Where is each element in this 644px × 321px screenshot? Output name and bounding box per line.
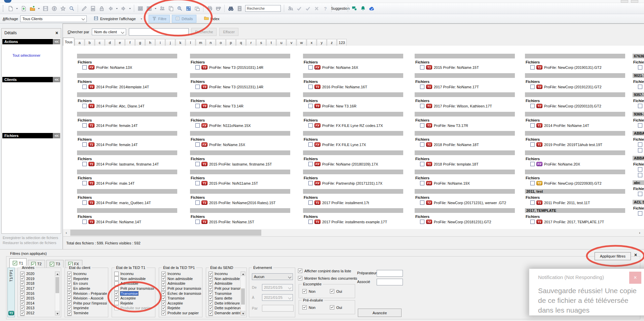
- verify-all-button[interactable]: [303, 4, 312, 12]
- file-checkbox[interactable]: [308, 104, 313, 108]
- checkbox[interactable]: [20, 291, 25, 295]
- carryforward-button[interactable]: [19, 4, 28, 12]
- checkbox[interactable]: [209, 301, 213, 305]
- file-checkbox[interactable]: [195, 85, 200, 89]
- client-group-header[interactable]: 2011, test: [525, 189, 625, 194]
- file-row[interactable]: T12016 ProFile: NoName.16T: [308, 84, 406, 89]
- ted_tp1-option[interactable]: Acceptée: [161, 301, 201, 306]
- file-checkbox[interactable]: [195, 181, 200, 185]
- client-group-header[interactable]: [303, 73, 403, 78]
- file-row[interactable]: T12014 ProFile: female.14T: [82, 123, 180, 128]
- checkbox[interactable]: [161, 272, 166, 276]
- file-checkbox[interactable]: [638, 211, 642, 216]
- restore-file-selection-link[interactable]: Restaurer la sélection de fichiers: [3, 241, 56, 245]
- zoom-in-button[interactable]: [175, 4, 184, 12]
- file-row[interactable]: FXProFile: FX FILE Lyne.17X: [308, 142, 406, 147]
- file-row[interactable]: T12017 ProFile: installment.17t: [308, 200, 406, 205]
- checkbox[interactable]: [330, 289, 334, 293]
- escomptee-non[interactable]: Non: [302, 289, 315, 293]
- file-checkbox[interactable]: [195, 104, 200, 108]
- years-option[interactable]: 2013: [20, 306, 60, 311]
- file-checkbox[interactable]: [308, 123, 313, 128]
- ted_tp1-option[interactable]: Inconnu: [161, 271, 201, 276]
- alphabet-tab-x[interactable]: x: [307, 39, 316, 46]
- checkbox[interactable]: [298, 276, 302, 280]
- checkbox[interactable]: [161, 296, 166, 301]
- apply-filters-button[interactable]: Appliquer filtres: [595, 252, 631, 260]
- file-checkbox[interactable]: [308, 142, 313, 147]
- back-button[interactable]: [106, 4, 115, 12]
- show-competitor-files-toggle[interactable]: Montrer fichiers des concurrents: [298, 276, 357, 280]
- send-option[interactable]: Prêt pour transmission: [209, 286, 241, 291]
- file-checkbox[interactable]: [82, 85, 87, 89]
- client-group-header[interactable]: [77, 150, 177, 155]
- cloud-sync-button[interactable]: [367, 4, 376, 12]
- find-client-button[interactable]: [226, 4, 235, 12]
- save-file-selection-link[interactable]: Enregistrer la sélection de fichiers: [3, 236, 58, 240]
- send-option[interactable]: Transmise: [209, 291, 241, 296]
- file-row[interactable]: T1: [638, 103, 644, 108]
- years-option[interactable]: 2019: [20, 276, 60, 281]
- toolbar-search-input[interactable]: [245, 5, 281, 12]
- file-checkbox[interactable]: [530, 220, 535, 224]
- notification-close-icon[interactable]: ×: [629, 272, 641, 284]
- file-row[interactable]: T12015 ProFile: NoName.15T: [195, 219, 293, 224]
- checkbox[interactable]: [114, 281, 119, 286]
- years-option[interactable]: 2020: [20, 271, 60, 276]
- preevaluee-oui[interactable]: Oui: [330, 305, 342, 310]
- file-row[interactable]: T12014 ProFile: female.14T: [82, 142, 180, 147]
- collapse-icon[interactable]: <<: [53, 77, 60, 82]
- file-row[interactable]: T12015 ProFile: lastname, firstname.15T: [195, 162, 293, 167]
- ted_tp1-option[interactable]: Transmise: [161, 296, 201, 301]
- checkbox[interactable]: [330, 305, 334, 310]
- send-option[interactable]: Demande antérieure: [209, 311, 241, 316]
- checkbox[interactable]: [209, 296, 213, 301]
- send-option[interactable]: Prestation d'AE: [209, 315, 241, 316]
- alphabet-tab-z[interactable]: z: [327, 39, 337, 46]
- file-checkbox[interactable]: [638, 167, 642, 172]
- help-button[interactable]: ?: [321, 4, 330, 12]
- client-group-header[interactable]: [525, 54, 625, 58]
- ted_t1-option[interactable]: Prêt pour transmission: [114, 286, 154, 291]
- print-preview-button[interactable]: [214, 4, 223, 12]
- sidebar-close-icon[interactable]: ×: [55, 31, 58, 35]
- ted_t1-option[interactable]: Produite sur papier: [114, 306, 154, 311]
- checkbox[interactable]: [209, 286, 213, 291]
- alphabet-tab-u[interactable]: u: [276, 39, 286, 46]
- client-group-header[interactable]: [190, 170, 290, 174]
- event-from-date[interactable]: 2021/01/25: [262, 284, 293, 291]
- checkbox[interactable]: [114, 306, 119, 310]
- file-checkbox[interactable]: [638, 192, 642, 196]
- favorites-button[interactable]: [59, 4, 67, 12]
- file-row[interactable]: T1: [638, 65, 644, 70]
- file-checkbox[interactable]: [308, 85, 313, 89]
- edit-button[interactable]: [80, 4, 88, 12]
- search-input[interactable]: [129, 28, 189, 36]
- client-group-header[interactable]: [415, 150, 515, 155]
- client-group-header[interactable]: [415, 73, 515, 78]
- file-row[interactable]: T1: [638, 173, 644, 178]
- client_state-option[interactable]: Révision - Préparateur: [67, 291, 107, 296]
- scrollbar-thumb[interactable]: [70, 230, 261, 236]
- save-view-button[interactable]: Enregistrer l'affichage: [91, 15, 138, 22]
- client-group-header[interactable]: [415, 54, 515, 58]
- client-group-header[interactable]: [77, 73, 177, 78]
- checkbox[interactable]: [161, 286, 166, 291]
- checkbox[interactable]: [20, 316, 25, 316]
- file-row[interactable]: T12018 ProFile: NoName.18T: [420, 142, 518, 147]
- alphabet-tab-n[interactable]: n: [206, 39, 216, 46]
- alphabet-tab-f[interactable]: f: [125, 39, 135, 46]
- file-row[interactable]: FXProFile: NoName.16X: [308, 65, 406, 70]
- alphabet-tab-c[interactable]: c: [95, 39, 105, 46]
- checkbox[interactable]: [161, 306, 166, 310]
- client-group-header[interactable]: [190, 131, 290, 136]
- file-row[interactable]: FXProFile: NoName.20X: [530, 162, 628, 167]
- client-group-header[interactable]: [190, 150, 290, 155]
- file-checkbox[interactable]: [308, 162, 313, 166]
- checkbox[interactable]: [67, 272, 72, 276]
- file-row[interactable]: T12017 ProFile: Wilson, Kathleen.17T: [420, 103, 518, 108]
- checkbox[interactable]: [114, 276, 119, 281]
- file-checkbox[interactable]: [195, 200, 200, 205]
- file-checkbox[interactable]: [530, 123, 535, 128]
- tab-t1-tp1[interactable]: T1/TP1 T1: [7, 268, 15, 317]
